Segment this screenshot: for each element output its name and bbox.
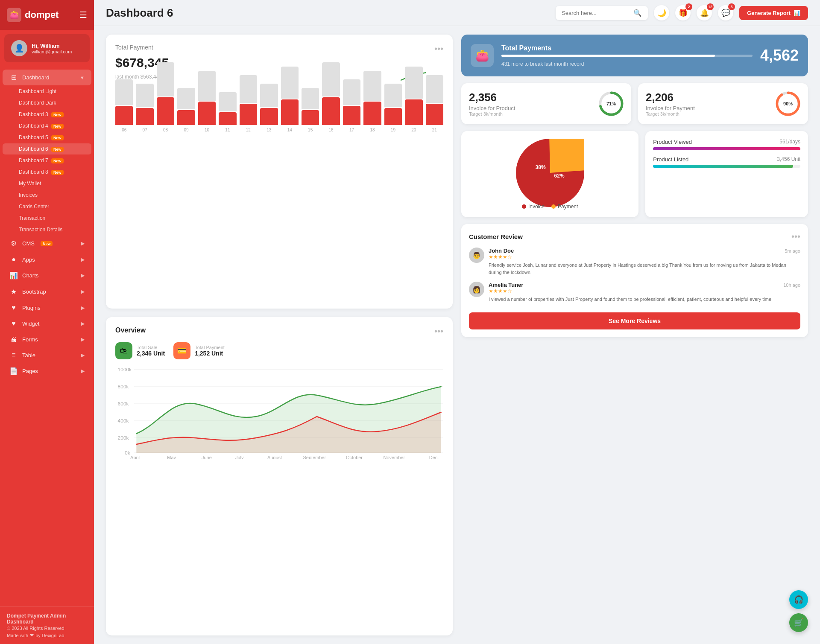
product-viewed-value: 561/days — [779, 139, 800, 145]
svg-text:0k: 0k — [125, 450, 130, 455]
bar-red — [426, 104, 443, 125]
sidebar-item-dashboard-3[interactable]: Dashboard 3 New — [3, 109, 91, 120]
sidebar-item-table[interactable]: ≡ Table ▶ — [3, 347, 91, 363]
blue-card-subtitle: 431 more to break last month record — [501, 61, 753, 67]
fab-container: 🎧 🛒 — [789, 590, 808, 632]
search-box[interactable]: 🔍 — [556, 6, 648, 20]
theme-toggle-button[interactable]: 🌙 — [654, 5, 669, 20]
table-label: Table — [22, 352, 35, 358]
bar-gray — [281, 67, 299, 99]
bar-red — [136, 108, 153, 125]
apps-label: Apps — [22, 256, 35, 263]
dashboard-icon: ⊞ — [9, 73, 18, 82]
forms-icon: 🖨 — [9, 335, 18, 343]
sidebar-item-cms[interactable]: ⚙ CMS New ▶ — [3, 236, 91, 251]
review-more-options-button[interactable]: ••• — [791, 232, 800, 242]
sidebar-item-my-wallet[interactable]: My Wallet — [3, 178, 91, 189]
blue-card-progress-bg — [501, 55, 753, 57]
product-viewed-metric: Product Viewed 561/days — [653, 139, 800, 150]
invoice-payment-target: Target 3k/month — [646, 111, 770, 117]
blue-payments-card: 👛 Total Payments 431 more to break last … — [461, 35, 808, 76]
sidebar-item-dashboard-6[interactable]: Dashboard 6 New — [3, 143, 91, 154]
product-listed-value: 3,456 Unit — [777, 156, 800, 163]
payment-bar-chart: 06070809101112131415161718192021 — [115, 90, 443, 132]
cms-label: CMS — [22, 240, 35, 247]
invoice-dot — [522, 204, 526, 209]
sidebar-item-dashboard-8[interactable]: Dashboard 8 New — [3, 166, 91, 178]
chevron-right-icon-plugins: ▶ — [81, 305, 85, 311]
messages-button[interactable]: 💬 5 — [718, 5, 733, 20]
sidebar-item-dashboard-dark[interactable]: Dashboard Dark — [3, 97, 91, 108]
product-viewed-label: Product Viewed — [653, 139, 692, 145]
bar-red — [343, 106, 360, 125]
topbar-right: 🔍 🌙 🎁 2 🔔 12 💬 5 Generate Report 📊 — [556, 5, 808, 20]
product-listed-progress-fill — [653, 165, 793, 168]
notifications-button[interactable]: 🔔 12 — [697, 5, 712, 20]
bar-gray — [219, 92, 236, 111]
total-payment-overview-value: 1,252 Unit — [195, 350, 225, 357]
chevron-right-icon-bootstrap: ▶ — [81, 289, 85, 294]
invoice-payment-donut: 90% — [776, 91, 800, 116]
sidebar-item-invoices[interactable]: Invoices — [3, 189, 91, 201]
sidebar-item-bootstrap[interactable]: ★ Bootstrap ▶ — [3, 284, 91, 300]
sidebar-item-forms[interactable]: 🖨 Forms ▶ — [3, 332, 91, 347]
bar-red — [240, 104, 257, 125]
bar-gray — [115, 79, 133, 105]
sidebar-item-transaction-details[interactable]: Transaction Details — [3, 224, 91, 235]
pages-label: Pages — [22, 368, 38, 374]
more-options-button[interactable]: ••• — [434, 44, 443, 54]
bar-group: 07 — [136, 84, 153, 132]
avatar: 👤 — [11, 40, 27, 56]
page-title: Dashboard 6 — [106, 6, 173, 20]
bar-red — [115, 106, 133, 125]
bar-red — [219, 112, 236, 125]
payment-legend-label: Payment — [558, 204, 578, 210]
product-viewed-progress-bg — [653, 147, 800, 150]
hamburger-button[interactable]: ☰ — [79, 10, 87, 20]
gift-button[interactable]: 🎁 2 — [675, 5, 691, 20]
support-fab-button[interactable]: 🎧 — [789, 590, 808, 609]
table-icon: ≡ — [9, 351, 18, 359]
sidebar-item-dashboard-7[interactable]: Dashboard 7 New — [3, 155, 91, 166]
bar-group: 15 — [302, 88, 319, 132]
bar-gray — [302, 88, 319, 109]
pie-legend: Invoice Payment — [522, 204, 578, 210]
bar-red — [157, 97, 174, 125]
overview-stats: 🛍 Total Sale 2,346 Unit 💳 Total Payment … — [115, 342, 443, 359]
sidebar-item-dashboard-light[interactable]: Dashboard Light — [3, 86, 91, 97]
bar-group: 20 — [405, 67, 422, 132]
cart-fab-button[interactable]: 🛒 — [789, 613, 808, 632]
svg-text:200k: 200k — [117, 435, 129, 440]
sidebar-item-cards-center[interactable]: Cards Center — [3, 201, 91, 212]
sidebar-item-plugins[interactable]: ♥ Plugins ▶ — [3, 300, 91, 315]
sidebar-item-charts[interactable]: 📊 Charts ▶ — [3, 268, 91, 283]
content-area: Total Payment ••• $678,345 last month $5… — [94, 26, 820, 644]
invoice-product-donut: 71% — [599, 91, 624, 116]
search-input[interactable] — [562, 10, 630, 16]
sidebar-item-dashboard-5[interactable]: Dashboard 5 New — [3, 132, 91, 143]
sidebar-item-widget[interactable]: ♥ Widget ▶ — [3, 316, 91, 331]
bootstrap-label: Bootstrap — [22, 288, 46, 295]
charts-icon: 📊 — [9, 271, 18, 280]
search-icon: 🔍 — [633, 9, 642, 17]
sidebar-item-dashboard-4[interactable]: Dashboard 4 New — [3, 120, 91, 131]
chart-bar-icon: 📊 — [794, 10, 800, 16]
pie-chart — [516, 139, 584, 207]
generate-report-button[interactable]: Generate Report 📊 — [739, 6, 808, 20]
invoice-payment-number: 2,206 — [646, 91, 770, 104]
review-item: 👨 John Doe 5m ago ★★★★☆ Friendly service… — [469, 248, 800, 276]
chevron-right-icon: ▶ — [81, 241, 85, 246]
see-more-reviews-button[interactable]: See More Reviews — [469, 312, 800, 329]
overview-more-options-button[interactable]: ••• — [434, 326, 443, 336]
reviewer-name-john: John Doe — [489, 248, 514, 254]
sidebar-item-transaction[interactable]: Transaction — [3, 213, 91, 224]
bar-label: 14 — [287, 128, 292, 132]
blue-card-title: Total Payments — [501, 44, 753, 52]
sidebar-item-pages[interactable]: 📄 Pages ▶ — [3, 363, 91, 379]
forms-label: Forms — [22, 336, 38, 343]
svg-text:October: October — [346, 455, 363, 459]
sidebar-item-apps[interactable]: ● Apps ▶ — [3, 252, 91, 267]
bar-label: 19 — [391, 128, 395, 132]
product-viewed-progress-fill — [653, 147, 800, 150]
sidebar-item-dashboard[interactable]: ⊞ Dashboard ▼ — [3, 70, 91, 85]
